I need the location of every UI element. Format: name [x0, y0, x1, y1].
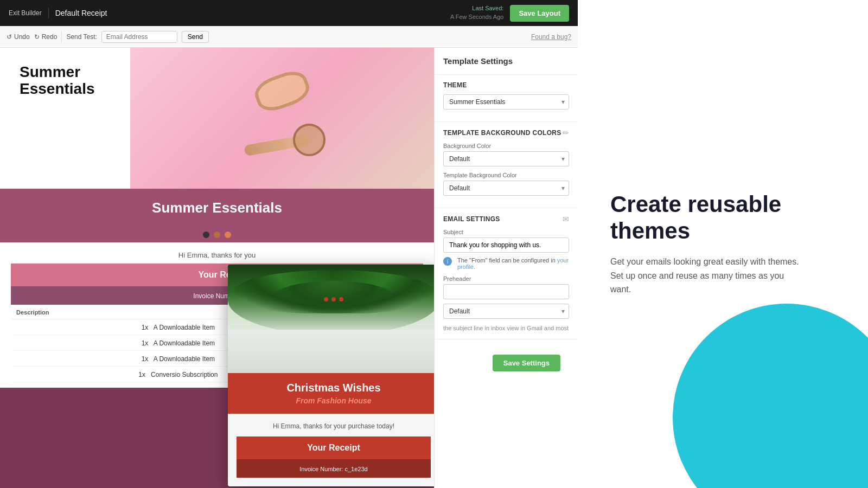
undo-button[interactable]: ↺ Undo [7, 33, 30, 41]
dot-3 [225, 232, 231, 238]
from-field-note: i The "From" field can be configured in … [443, 257, 569, 270]
theme-section: Theme Summer Essentials [435, 75, 578, 122]
email-edit-icon[interactable]: ✉ [563, 215, 569, 223]
toolbar: ↺ Undo ↻ Redo Send Test: Send Found a bu… [0, 26, 578, 48]
theme-section-title: Theme [443, 81, 467, 89]
christmas-invoice-bar: Invoice Number: c_1e23d [237, 459, 431, 478]
dot-2 [214, 232, 220, 238]
email-input[interactable] [101, 31, 177, 43]
email-settings-section: Email Settings ✉ Subject i The "From" fi… [435, 208, 578, 339]
snow-bg [228, 330, 434, 373]
berry-3 [339, 297, 343, 301]
from-field-text: The "From" field can be configured in yo… [457, 257, 569, 270]
main-content: Summer Essentials [0, 48, 578, 488]
christmas-receipt-text: Your Receipt [307, 443, 360, 452]
theme-dropdown-wrap: Summer Essentials [443, 94, 569, 110]
teal-circle-decoration [673, 304, 868, 488]
save-settings-wrap: Save Settings [435, 339, 578, 387]
preheader-note: the subject line in inbox view in Gmail … [443, 324, 569, 332]
christmas-title: Christmas Wishes [237, 382, 431, 394]
bg-color-dropdown-wrap: Default [443, 151, 569, 166]
subtitle-text: Summer Essentials [11, 200, 423, 216]
berries [324, 297, 343, 301]
separator [48, 8, 49, 18]
bg-colors-title: Template Background Colors [443, 129, 561, 137]
christmas-image-area [228, 265, 434, 373]
info-icon: i [443, 257, 452, 266]
template-bg-label: Template Background Color [443, 172, 569, 178]
undo-label: Undo [14, 33, 30, 41]
christmas-invoice-text: Invoice Number: c_1e23d [299, 466, 367, 472]
email-settings-title: Email Settings [443, 215, 500, 223]
dots-row [0, 227, 434, 242]
bg-color-dropdown[interactable]: Default [443, 151, 569, 166]
template-bg-dropdown-wrap: Default [443, 181, 569, 196]
toolbar-separator [61, 31, 62, 42]
theme-section-header: Theme [443, 81, 569, 89]
subject-label: Subject [443, 229, 569, 235]
berry-1 [324, 297, 328, 301]
undo-icon: ↺ [7, 33, 12, 41]
bg-colors-header: Template Background Colors ✏ [443, 129, 569, 137]
christmas-popup: Christmas Wishes From Fashion House Hi E… [228, 265, 434, 486]
christmas-hi-text: Hi Emma, thanks for your purchase today! [237, 422, 431, 430]
dot-1 [203, 232, 209, 238]
edit-icon[interactable]: ✏ [563, 129, 569, 137]
canvas-area[interactable]: Summer Essentials [0, 48, 434, 488]
marketing-panel: Create reusable themes Get your emails l… [578, 0, 868, 488]
preheader-label: Preheader [443, 275, 569, 282]
christmas-body: Hi Emma, thanks for your purchase today!… [228, 414, 434, 486]
subtitle-area: Summer Essentials [0, 189, 434, 227]
preheader-dropdown-wrap: Default [443, 304, 569, 319]
marketing-body: Get your emails looking great easily wit… [610, 255, 806, 297]
document-title: Default Receipt [55, 9, 107, 17]
exit-builder-button[interactable]: Exit Builder [9, 9, 42, 17]
last-saved-info: Last Saved: A Few Seconds Ago [450, 5, 503, 21]
summer-title: Summer Essentials [20, 64, 95, 98]
redo-button[interactable]: ↻ Redo [34, 33, 58, 41]
email-settings-header: Email Settings ✉ [443, 215, 569, 223]
editor-area: Exit Builder Default Receipt Last Saved:… [0, 0, 578, 488]
marketing-heading: Create reusable themes [610, 191, 816, 244]
your-profile-link[interactable]: your profile. [457, 257, 569, 270]
preheader-input[interactable] [443, 284, 569, 299]
bg-color-label: Background Color [443, 143, 569, 149]
top-bar: Exit Builder Default Receipt Last Saved:… [0, 0, 578, 26]
last-saved-time: A Few Seconds Ago [450, 14, 503, 20]
settings-panel: Template Settings Theme Summer Essential… [434, 48, 578, 488]
theme-dropdown[interactable]: Summer Essentials [443, 94, 569, 110]
summer-title-block: Summer Essentials [11, 59, 104, 103]
berry-2 [331, 297, 336, 301]
last-saved-label: Last Saved: [450, 5, 503, 11]
summer-header: Summer Essentials [0, 48, 434, 189]
summer-bg-image [130, 48, 434, 189]
template-bg-dropdown[interactable]: Default [443, 181, 569, 196]
panel-title: Template Settings [435, 48, 578, 75]
bg-colors-section: Template Background Colors ✏ Background … [435, 122, 578, 208]
redo-icon: ↻ [34, 33, 40, 41]
christmas-title-area: Christmas Wishes From Fashion House [228, 373, 434, 414]
found-bug-link[interactable]: Found a bug? [531, 33, 571, 41]
save-settings-button[interactable]: Save Settings [493, 355, 560, 371]
christmas-subtitle: From Fashion House [237, 396, 431, 405]
christmas-receipt-bar: Your Receipt [237, 436, 431, 459]
hi-emma-text: Hi Emma, thanks for you [11, 251, 423, 259]
send-test-label: Send Test: [66, 33, 97, 41]
preheader-dropdown[interactable]: Default [443, 304, 569, 319]
save-layout-button[interactable]: Save Layout [510, 5, 569, 22]
send-button[interactable]: Send [182, 31, 209, 43]
subject-input[interactable] [443, 237, 569, 253]
redo-label: Redo [42, 33, 58, 41]
